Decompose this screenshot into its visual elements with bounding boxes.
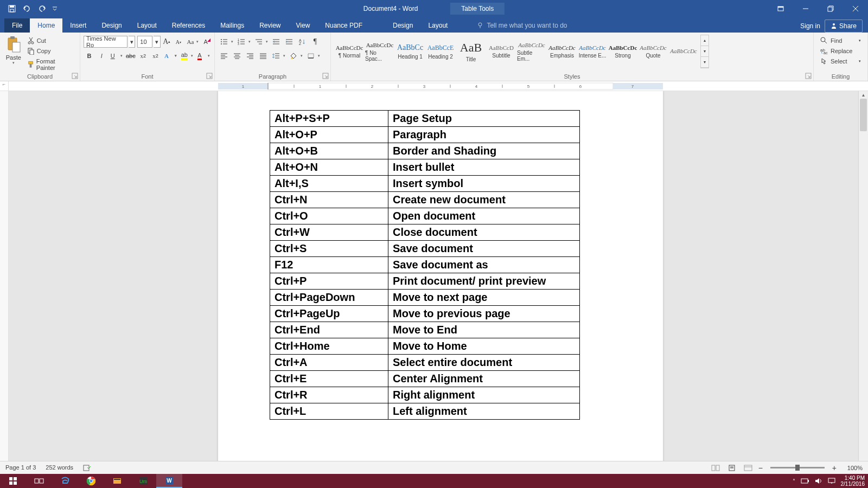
taskbar-app1[interactable]: [104, 474, 130, 488]
table-row[interactable]: Ctrl+WClose document: [270, 224, 580, 241]
context-tab-design[interactable]: Design: [385, 18, 420, 33]
shortcut-key[interactable]: Ctrl+W: [270, 224, 388, 241]
shortcut-desc[interactable]: Insert bullet: [388, 159, 580, 176]
cut-button[interactable]: Cut: [26, 36, 74, 45]
shortcut-desc[interactable]: Close document: [388, 224, 580, 241]
shortcut-key[interactable]: Alt+O+B: [270, 143, 388, 159]
page[interactable]: Alt+P+S+PPage SetupAlt+O+PParagraphAlt+O…: [218, 91, 663, 474]
shortcut-key[interactable]: Alt+O+N: [270, 159, 388, 176]
grow-font-button[interactable]: A▴: [162, 36, 172, 48]
increase-indent-button[interactable]: [283, 36, 295, 48]
tab-home[interactable]: Home: [30, 18, 62, 33]
table-row[interactable]: Ctrl+PageDownMove to next page: [270, 290, 580, 306]
underline-button[interactable]: U: [108, 50, 124, 62]
table-row[interactable]: Ctrl+NCreate new document: [270, 192, 580, 208]
style-tile-emphasis[interactable]: AaBbCcDcEmphasis: [547, 35, 577, 68]
align-right-button[interactable]: [244, 50, 256, 62]
shortcut-desc[interactable]: Move to Home: [388, 338, 580, 355]
replace-button[interactable]: abacReplace: [819, 46, 862, 56]
bullets-button[interactable]: [218, 36, 234, 48]
format-painter-button[interactable]: Format Painter: [26, 57, 74, 72]
shortcut-desc[interactable]: Left alignment: [388, 403, 580, 420]
ribbon-options-button[interactable]: [768, 0, 793, 17]
style-tile--no-spac-[interactable]: AaBbCcDc¶ No Spac...: [365, 35, 395, 68]
table-row[interactable]: Ctrl+OOpen document: [270, 208, 580, 224]
shortcut-key[interactable]: Alt+I,S: [270, 176, 388, 192]
vertical-scrollbar[interactable]: ▲ ▼: [858, 91, 868, 474]
highlight-button[interactable]: ab: [179, 50, 195, 62]
text-effects-button[interactable]: A: [162, 50, 178, 62]
tab-mailings[interactable]: Mailings: [213, 18, 252, 33]
align-left-button[interactable]: [218, 50, 230, 62]
shrink-font-button[interactable]: A▾: [173, 36, 183, 48]
document-scroll[interactable]: Alt+P+S+PPage SetupAlt+O+PParagraphAlt+O…: [9, 91, 858, 474]
style-tile-title[interactable]: AaBTitle: [456, 35, 486, 68]
shortcut-desc[interactable]: Move to next page: [388, 290, 580, 306]
justify-button[interactable]: [257, 50, 269, 62]
shortcut-key[interactable]: Ctrl+PageUp: [270, 306, 388, 322]
shortcut-desc[interactable]: Page Setup: [388, 111, 580, 127]
tray-notifications-icon[interactable]: [828, 478, 835, 484]
maximize-button[interactable]: [818, 0, 843, 17]
shortcut-key[interactable]: Ctrl+N: [270, 192, 388, 208]
table-row[interactable]: Alt+O+BBorder and Shading: [270, 143, 580, 159]
strikethrough-button[interactable]: abc: [125, 50, 136, 62]
style-tile--normal[interactable]: AaBbCcDc¶ Normal: [334, 35, 365, 68]
tab-review[interactable]: Review: [252, 18, 288, 33]
zoom-in-button[interactable]: +: [832, 464, 837, 472]
word-count[interactable]: 252 words: [46, 464, 73, 472]
styles-more-button[interactable]: ▴▾▾: [700, 35, 709, 68]
tray-battery-icon[interactable]: [801, 478, 809, 484]
style-tile-quote[interactable]: AaBbCcDcQuote: [638, 35, 668, 68]
table-row[interactable]: Ctrl+ASelect entire document: [270, 355, 580, 371]
italic-button[interactable]: I: [96, 50, 107, 62]
shortcut-key[interactable]: F12: [270, 257, 388, 273]
qat-customize-button[interactable]: [50, 1, 60, 16]
subscript-button[interactable]: x2: [137, 50, 149, 62]
decrease-indent-button[interactable]: [270, 36, 282, 48]
font-launcher[interactable]: [206, 73, 213, 79]
shortcut-key[interactable]: Ctrl+Home: [270, 338, 388, 355]
borders-button[interactable]: [305, 50, 321, 62]
shortcut-key[interactable]: Ctrl+L: [270, 403, 388, 420]
font-color-button[interactable]: A: [195, 50, 211, 62]
undo-button[interactable]: [20, 1, 35, 16]
tab-layout[interactable]: Layout: [130, 18, 164, 33]
taskbar-chrome[interactable]: [78, 474, 104, 488]
shortcut-desc[interactable]: Save document as: [388, 257, 580, 273]
shortcut-desc[interactable]: Insert symbol: [388, 176, 580, 192]
shortcut-key[interactable]: Ctrl+E: [270, 371, 388, 387]
style-tile-intense-e-[interactable]: AaBbCcDcIntense E...: [577, 35, 608, 68]
minimize-button[interactable]: [793, 0, 818, 17]
ruler-corner[interactable]: ⌐: [0, 81, 9, 91]
tab-design[interactable]: Design: [94, 18, 129, 33]
numbering-button[interactable]: 123: [235, 36, 252, 48]
table-row[interactable]: Ctrl+HomeMove to Home: [270, 338, 580, 355]
show-marks-button[interactable]: ¶: [309, 36, 321, 48]
align-center-button[interactable]: [231, 50, 243, 62]
shortcut-desc[interactable]: Save document: [388, 241, 580, 257]
font-size-dropdown[interactable]: ▾: [154, 36, 161, 48]
table-row[interactable]: Alt+O+NInsert bullet: [270, 159, 580, 176]
taskbar-edge[interactable]: [52, 474, 78, 488]
table-row[interactable]: Ctrl+PageUpMove to previous page: [270, 306, 580, 322]
multilevel-button[interactable]: [253, 36, 269, 48]
print-layout-button[interactable]: [726, 463, 738, 473]
shortcut-desc[interactable]: Select entire document: [388, 355, 580, 371]
shortcut-key[interactable]: Ctrl+A: [270, 355, 388, 371]
paste-button[interactable]: Paste ▾: [3, 34, 24, 72]
font-name-input[interactable]: Times New Ro: [84, 36, 127, 48]
style-tile-heading-1[interactable]: AaBbCcHeading 1: [395, 35, 425, 68]
page-indicator[interactable]: Page 1 of 3: [5, 464, 36, 472]
redo-button[interactable]: [35, 1, 50, 16]
scroll-up-button[interactable]: ▲: [859, 91, 868, 99]
tray-clock[interactable]: 1:40 PM 2/11/2016: [841, 475, 865, 487]
table-row[interactable]: Ctrl+RRight alignment: [270, 387, 580, 403]
shading-button[interactable]: [288, 50, 304, 62]
table-row[interactable]: Ctrl+ECenter Alignment: [270, 371, 580, 387]
web-layout-button[interactable]: [742, 463, 754, 473]
shortcut-desc[interactable]: Open document: [388, 208, 580, 224]
shortcut-key[interactable]: Ctrl+PageDown: [270, 290, 388, 306]
save-button[interactable]: [4, 1, 20, 16]
tab-view[interactable]: View: [289, 18, 318, 33]
